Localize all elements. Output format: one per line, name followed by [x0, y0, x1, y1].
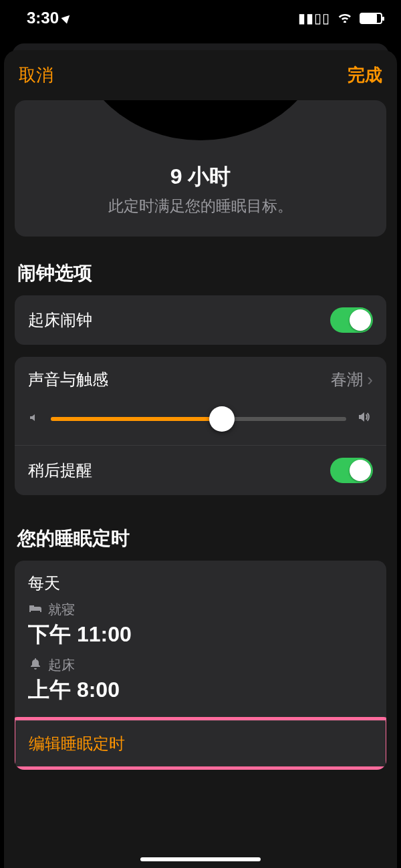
alarm-options-title: 闹钟选项	[17, 261, 386, 286]
location-icon	[61, 13, 73, 24]
wake-alarm-card: 起床闹钟	[15, 295, 386, 345]
sleep-dial-arc[interactable]	[15, 100, 386, 150]
status-bar: 3:30 ▮▮▯▯	[0, 0, 401, 36]
home-indicator[interactable]	[140, 857, 261, 861]
signal-icon: ▮▮▯▯	[298, 10, 330, 26]
bed-icon	[28, 602, 43, 617]
bed-time: 下午 11:00	[28, 620, 373, 649]
chevron-right-icon: ›	[367, 370, 373, 390]
sound-label: 声音与触感	[28, 369, 108, 390]
wake-alarm-label: 起床闹钟	[28, 309, 92, 331]
schedule-title: 您的睡眠定时	[17, 526, 386, 551]
wake-alarm-row[interactable]: 起床闹钟	[15, 295, 386, 345]
goal-hours: 9 小时	[15, 162, 386, 192]
goal-card: 9 小时 此定时满足您的睡眠目标。	[15, 100, 386, 237]
wake-time: 上午 8:00	[28, 676, 373, 705]
snooze-toggle[interactable]	[330, 458, 373, 483]
sound-row[interactable]: 声音与触感 春潮 ›	[15, 357, 386, 445]
sound-value: 春潮	[331, 369, 363, 390]
volume-high-icon	[357, 410, 373, 428]
schedule-card: 每天 就寝 下午 11:00 起床 上午 8:00 编辑睡眠定时	[15, 561, 386, 770]
volume-low-icon	[28, 410, 40, 428]
snooze-label: 稍后提醒	[28, 460, 92, 481]
bell-icon	[28, 658, 43, 673]
wifi-icon	[337, 11, 353, 25]
battery-icon	[360, 13, 382, 24]
schedule-row[interactable]: 每天 就寝 下午 11:00 起床 上午 8:00	[15, 561, 386, 717]
edit-schedule-button[interactable]: 编辑睡眠定时	[15, 720, 386, 766]
tutorial-highlight: 编辑睡眠定时	[15, 717, 386, 770]
schedule-frequency: 每天	[28, 573, 373, 594]
modal-sheet: 取消 完成 9 小时 此定时满足您的睡眠目标。 闹钟选项 起床闹钟 声音与触感 …	[4, 50, 397, 868]
sound-card: 声音与触感 春潮 ›	[15, 357, 386, 495]
snooze-row[interactable]: 稍后提醒	[15, 445, 386, 495]
status-time: 3:30	[27, 9, 59, 27]
wake-alarm-toggle[interactable]	[330, 307, 373, 333]
goal-description: 此定时满足您的睡眠目标。	[15, 196, 386, 216]
slider-thumb[interactable]	[209, 406, 235, 432]
wake-label: 起床	[48, 656, 75, 674]
cancel-button[interactable]: 取消	[19, 63, 53, 87]
volume-slider[interactable]	[51, 417, 346, 421]
nav-bar: 取消 完成	[4, 50, 397, 100]
done-button[interactable]: 完成	[348, 63, 382, 87]
bed-label: 就寝	[48, 601, 75, 619]
